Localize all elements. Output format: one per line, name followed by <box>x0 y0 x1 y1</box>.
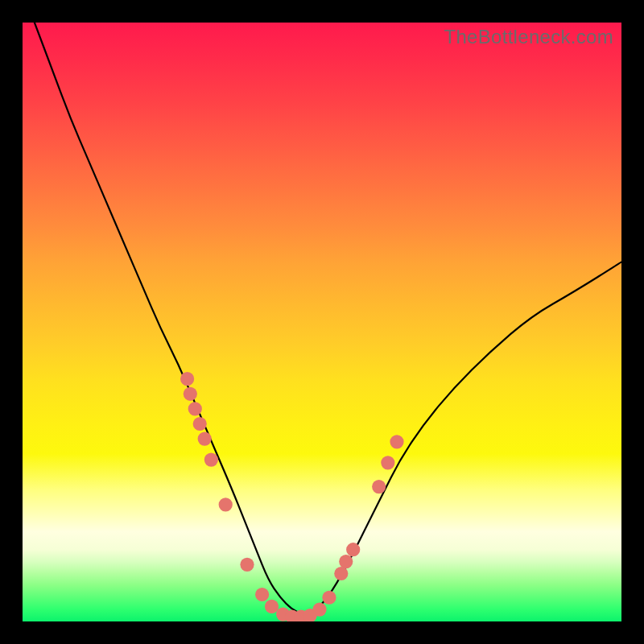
data-marker <box>204 453 218 467</box>
data-marker <box>390 435 403 448</box>
chart-svg <box>23 23 621 621</box>
data-marker <box>184 387 197 401</box>
data-markers <box>180 372 404 621</box>
data-marker <box>240 558 254 572</box>
data-marker <box>372 480 386 493</box>
data-marker <box>180 372 194 386</box>
data-marker <box>265 600 279 613</box>
data-marker <box>322 591 336 605</box>
data-marker <box>381 456 394 469</box>
data-marker <box>312 603 326 617</box>
data-marker <box>339 555 353 568</box>
data-marker <box>193 417 207 431</box>
data-marker <box>334 567 348 580</box>
data-marker <box>346 543 360 556</box>
data-marker <box>219 497 233 511</box>
chart-frame: TheBottleneck.com <box>0 0 644 644</box>
bottleneck-curve <box>35 23 621 614</box>
data-marker <box>188 402 202 415</box>
data-marker <box>198 431 212 445</box>
plot-area: TheBottleneck.com <box>23 23 621 621</box>
data-marker <box>255 588 269 601</box>
